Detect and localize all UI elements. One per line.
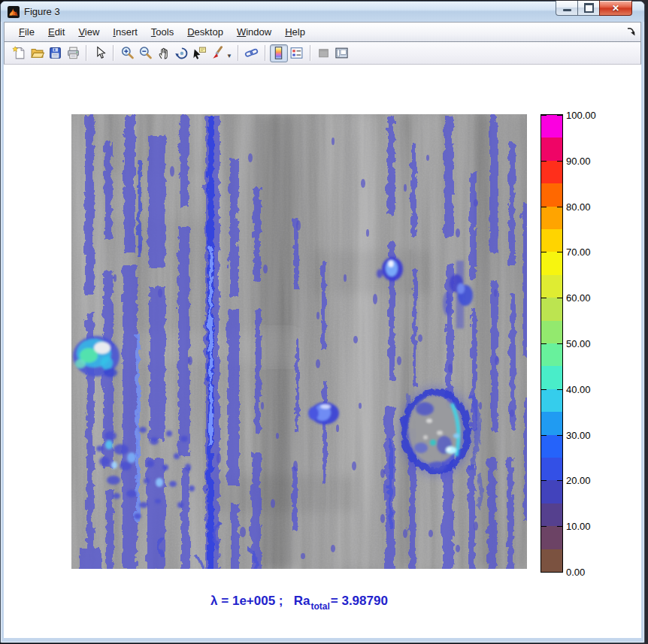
hide-plot-tools-button xyxy=(315,44,333,62)
colorbar-tick-mark xyxy=(557,115,562,116)
menubar: File Edit View Insert Tools Desktop Wind… xyxy=(4,22,641,42)
colorbar-tick-label: 100.00 xyxy=(566,110,596,121)
colorbar-tick-mark xyxy=(541,115,547,116)
surface-plot-image xyxy=(71,114,527,569)
menu-view[interactable]: View xyxy=(71,23,106,41)
minimize-button[interactable] xyxy=(556,1,578,16)
titlebar[interactable]: Figure 3 ✕ xyxy=(1,2,644,22)
print-figure-button[interactable] xyxy=(64,44,82,62)
pan-button[interactable] xyxy=(154,44,172,62)
colorbar-tick-label: 40.00 xyxy=(566,383,591,395)
dock-figure-arrow-icon[interactable] xyxy=(626,27,636,37)
caption-ra-value: = 3.98790 xyxy=(331,594,388,608)
colorbar-tick-mark xyxy=(557,572,562,573)
insert-legend-button[interactable] xyxy=(288,44,306,62)
colorbar-tick-label: 10.00 xyxy=(566,521,591,532)
colorbar-tick-mark xyxy=(541,435,547,436)
figure-canvas: 100.0090.0080.0070.0060.0050.0040.0030.0… xyxy=(4,65,641,638)
brush-dropdown-caret-icon[interactable]: ▼ xyxy=(226,53,232,59)
colorbar-tick-mark xyxy=(557,252,562,252)
matlab-logo-icon xyxy=(8,6,20,18)
floppy-disk-icon xyxy=(48,46,62,60)
menu-insert[interactable]: Insert xyxy=(106,23,144,41)
colorbar-tick-mark xyxy=(541,526,547,527)
colorbar-tick-mark xyxy=(541,572,547,573)
legend-icon xyxy=(289,46,304,60)
caption-ra-subscript: total xyxy=(310,601,329,612)
figure-window: Figure 3 ✕ File Edit View Insert Tools D… xyxy=(0,1,645,643)
colorbar-tick-mark xyxy=(557,480,562,481)
open-file-button[interactable] xyxy=(28,44,46,62)
colorbar-tick-mark xyxy=(541,252,547,252)
colorbar-tick-mark xyxy=(557,207,562,207)
colorbar-tick-mark xyxy=(541,343,547,344)
colorbar-tick-mark xyxy=(541,389,547,390)
menu-help[interactable]: Help xyxy=(278,23,312,41)
colorbar-tick-mark xyxy=(557,389,562,390)
colorbar-tick-mark xyxy=(557,298,562,298)
data-cursor-button[interactable] xyxy=(190,44,208,62)
colorbar-tick-label: 50.00 xyxy=(566,338,591,349)
colorbar-tick-mark xyxy=(541,298,547,298)
toolbar-separator xyxy=(86,45,87,61)
zoom-in-button[interactable] xyxy=(118,44,136,62)
rotate-3d-button[interactable] xyxy=(172,44,190,62)
hand-icon xyxy=(156,46,171,60)
colorbar-tick-label: 80.00 xyxy=(566,201,591,212)
colorbar-tick-mark xyxy=(557,526,562,527)
caption-ra-prefix: Ra xyxy=(294,594,310,608)
toolbar-separator xyxy=(238,45,239,61)
menu-file[interactable]: File xyxy=(12,23,41,41)
cursor-tooltip-icon xyxy=(192,46,207,60)
menu-edit[interactable]: Edit xyxy=(41,23,71,41)
colorbar-tick-mark xyxy=(541,480,547,481)
insert-colorbar-button[interactable] xyxy=(270,44,288,62)
colorbar-tick-mark xyxy=(541,207,547,207)
edit-plot-button[interactable] xyxy=(91,44,109,62)
colorbar-tick-mark xyxy=(557,343,562,344)
chain-link-icon xyxy=(244,46,259,60)
magnifier-minus-icon xyxy=(138,46,153,60)
brush-data-button[interactable] xyxy=(208,44,226,62)
rotate-arrow-icon xyxy=(174,46,189,60)
menu-desktop[interactable]: Desktop xyxy=(180,23,230,41)
colorbar-tick-label: 30.00 xyxy=(566,429,591,440)
close-icon: ✕ xyxy=(612,3,619,14)
colorbar-tick-mark xyxy=(557,435,562,436)
menu-tools[interactable]: Tools xyxy=(144,23,180,41)
figure-toolbar: ▼ xyxy=(4,42,641,65)
toolbar-separator xyxy=(265,45,266,61)
brush-icon xyxy=(210,46,225,60)
new-document-icon xyxy=(12,46,26,60)
colorbar-tick-mark xyxy=(541,161,547,162)
colorbar-tick-label: 70.00 xyxy=(566,246,591,258)
maximize-button[interactable] xyxy=(578,1,599,16)
colorbar: 100.0090.0080.0070.0060.0050.0040.0030.0… xyxy=(541,114,563,573)
menu-window[interactable]: Window xyxy=(230,23,278,41)
window-controls: ✕ xyxy=(556,1,632,16)
plot-caption: λ = 1e+005 ; Ratotal= 3.98790 xyxy=(71,594,527,609)
magnifier-plus-icon xyxy=(120,46,135,60)
save-figure-button[interactable] xyxy=(46,44,64,62)
pointer-arrow-icon xyxy=(93,46,107,60)
minimize-icon xyxy=(563,9,571,11)
plot-tools-window-icon xyxy=(335,46,349,60)
printer-icon xyxy=(66,46,80,60)
caption-lambda: λ = 1e+005 ; xyxy=(210,594,283,608)
close-button[interactable]: ✕ xyxy=(599,1,632,16)
toolbar-separator xyxy=(113,45,114,61)
zoom-out-button[interactable] xyxy=(136,44,154,62)
show-plot-tools-button[interactable] xyxy=(333,44,351,62)
colorbar-tick-label: 90.00 xyxy=(566,155,591,166)
colorbar-tick-mark xyxy=(557,161,562,162)
link-plot-button[interactable] xyxy=(243,44,261,62)
colorbar-icon xyxy=(271,46,286,60)
maximize-icon xyxy=(584,3,594,13)
gray-square-icon xyxy=(316,46,331,60)
window-title: Figure 3 xyxy=(24,6,60,17)
new-figure-button[interactable] xyxy=(10,44,28,62)
colorbar-tick-label: 0.00 xyxy=(566,567,585,578)
colorbar-tick-label: 60.00 xyxy=(566,292,591,304)
toolbar-separator xyxy=(310,45,311,61)
open-folder-icon xyxy=(30,46,44,60)
